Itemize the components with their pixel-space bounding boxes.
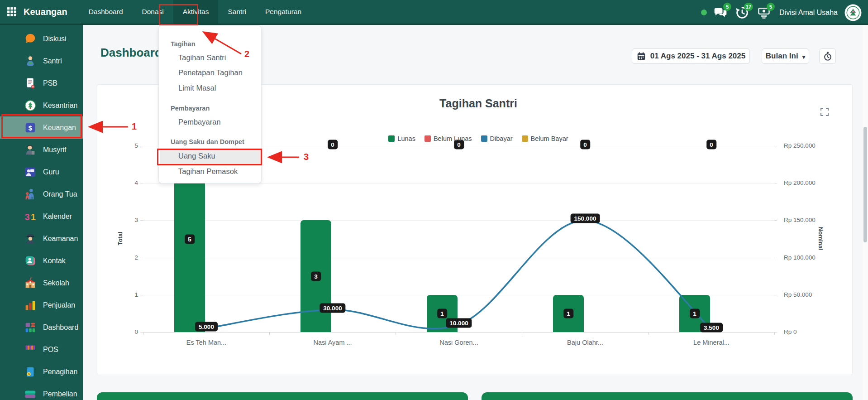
legend-swatch [481, 135, 487, 142]
guru-icon [24, 165, 37, 179]
left-axis-name: Total [117, 231, 124, 245]
svg-text:3: 3 [25, 212, 30, 222]
annotation-step-2: 2 [244, 49, 249, 59]
history-count-badge: 17 [744, 3, 753, 11]
sidebar-item-sekolah[interactable]: Sekolah [0, 272, 83, 294]
avatar[interactable] [844, 4, 862, 21]
nav-item-santri[interactable]: Santri [218, 0, 256, 24]
right-tick-mark [774, 295, 777, 295]
x-tick-mark [269, 332, 270, 335]
bar-label-baju-olahr: 1 [563, 308, 573, 318]
penjualan-icon [24, 299, 37, 312]
left-axis-tick: 5 [120, 142, 138, 149]
keuangan-icon: $ [24, 121, 37, 135]
fullscreen-icon[interactable] [820, 107, 829, 116]
sidebar-item-label: Diskusi [43, 35, 67, 43]
orang-tua-icon [24, 188, 37, 201]
dropdown-item-penetapan-tagihan[interactable]: Penetapan Tagihan [159, 68, 261, 77]
timer-button[interactable] [819, 48, 836, 64]
dropdown-item-limit-masal[interactable]: Limit Masal [159, 84, 261, 92]
navbar-menu: DashboardDonasiAktivitasSantriPengaturan [79, 0, 311, 24]
x-tick-mark [774, 332, 775, 335]
svg-text:1: 1 [31, 212, 36, 222]
dropdown-item-pembayaran[interactable]: Pembayaran [159, 118, 261, 126]
right-axis-name: Nominal [817, 227, 824, 250]
navbar: Keuangan DashboardDonasiAktivitasSantriP… [0, 0, 868, 25]
sidebar-item-kalender[interactable]: 31Kalender [0, 205, 83, 227]
sidebar-item-keuangan[interactable]: $Keuangan [0, 116, 83, 139]
sidebar-item-keamanan[interactable]: Keamanan [0, 227, 83, 250]
bar-label-nasi-ayam: 3 [311, 271, 321, 281]
sidebar-item-pos[interactable]: POS [0, 338, 83, 361]
nav-item-dashboard[interactable]: Dashboard [79, 0, 133, 24]
sidebar-item-label: Guru [43, 168, 59, 176]
payment-icon[interactable]: 5 [757, 6, 771, 19]
x-axis-label-le-mineral: Le Mineral... [671, 339, 752, 346]
sidebar-item-kontak[interactable]: Kontak [0, 250, 83, 272]
period-label: Bulan Ini [766, 52, 798, 61]
sekolah-icon [24, 276, 37, 290]
sidebar-item-pembelian[interactable]: Pembelian [0, 383, 83, 400]
kalender-icon: 31 [24, 210, 37, 223]
legend-item-belum-lunas[interactable]: Belum Lunas [424, 135, 472, 142]
sidebar-item-musyrif[interactable]: Musyrif [0, 139, 83, 161]
sidebar-item-label: Penagihan [43, 368, 78, 376]
stopwatch-icon [823, 51, 833, 61]
sidebar-item-label: Dashboard [43, 323, 78, 332]
right-axis-tick: Rp 150.000 [784, 217, 816, 223]
legend-item-dibayar[interactable]: Dibayar [481, 135, 513, 142]
dropdown-item-uang-saku[interactable]: Uang Saku [159, 152, 261, 160]
sidebar-item-penagihan[interactable]: $Penagihan [0, 361, 83, 383]
right-tick-mark [774, 183, 777, 183]
sidebar-item-guru[interactable]: Guru [0, 161, 83, 183]
line-label-le-mineral: 3.500 [700, 323, 723, 333]
x-axis-label-nasi-ayam: Nasi Ayam ... [292, 339, 373, 346]
right-tick-mark [774, 220, 777, 221]
sidebar-item-diskusi[interactable]: Diskusi [0, 28, 83, 50]
dropdown-section-header-uang-saku-dan-dompet: Uang Saku dan Dompet [159, 138, 261, 145]
period-select-button[interactable]: Bulan Ini ▾ [762, 48, 809, 64]
left-tick-mark [140, 258, 143, 258]
pos-icon [24, 343, 37, 357]
sidebar-item-kesantrian[interactable]: Kesantrian [0, 94, 83, 116]
sidebar-item-orang-tua[interactable]: Orang Tua [0, 183, 83, 205]
payment-count-badge: 5 [767, 3, 775, 11]
psb-icon [24, 77, 37, 90]
line-label-es-teh-man: 5.000 [195, 322, 218, 331]
line-label-nasi-ayam: 30.000 [320, 303, 345, 313]
sidebar-item-penjualan[interactable]: Penjualan [0, 294, 83, 316]
sidebar-item-label: Kesantrian [43, 101, 78, 110]
scrollbar-thumb[interactable] [863, 127, 867, 242]
line-label-nasi-goren: 10.000 [446, 318, 472, 328]
x-tick-mark [648, 332, 649, 335]
bar-label-le-mineral: 1 [690, 308, 700, 318]
left-tick-mark [140, 295, 143, 295]
legend-swatch [388, 135, 395, 142]
right-axis-tick: Rp 100.000 [784, 254, 816, 261]
sidebar-item-psb[interactable]: PSB [0, 72, 83, 94]
calendar-icon [636, 51, 646, 61]
sidebar-item-label: Kontak [43, 257, 66, 265]
sidebar-item-santri[interactable]: Santri [0, 50, 83, 72]
user-name[interactable]: Divisi Amal Usaha [779, 9, 838, 17]
legend-item-lunas[interactable]: Lunas [388, 135, 415, 142]
chat-icon[interactable]: 5 [714, 6, 727, 19]
app-title: Keuangan [24, 7, 67, 17]
nav-item-donasi[interactable]: Donasi [133, 0, 173, 24]
sidebar-item-dashboard[interactable]: Dashboard [0, 316, 83, 338]
nav-item-aktivitas[interactable]: Aktivitas [173, 0, 219, 24]
right-axis-tick: Rp 0 [784, 328, 797, 335]
sidebar-item-label: Keamanan [43, 235, 78, 243]
annotation-step-1: 1 [132, 121, 137, 132]
legend-label: Belum Lunas [434, 135, 472, 142]
left-tick-mark [140, 220, 143, 221]
date-range-button[interactable]: 01 Ags 2025 - 31 Ags 2025 [632, 48, 750, 64]
nav-item-pengaturan[interactable]: Pengaturan [256, 0, 311, 24]
status-dot-icon [701, 10, 707, 15]
legend-item-belum-bayar[interactable]: Belum Bayar [522, 135, 568, 142]
scrollbar-track [863, 25, 868, 400]
history-icon[interactable]: 17 [735, 6, 749, 19]
app-launcher-icon[interactable] [6, 6, 17, 17]
dropdown-item-tagihan-pemasok[interactable]: Tagihan Pemasok [159, 167, 261, 176]
page-title: Dashboard [100, 46, 162, 60]
